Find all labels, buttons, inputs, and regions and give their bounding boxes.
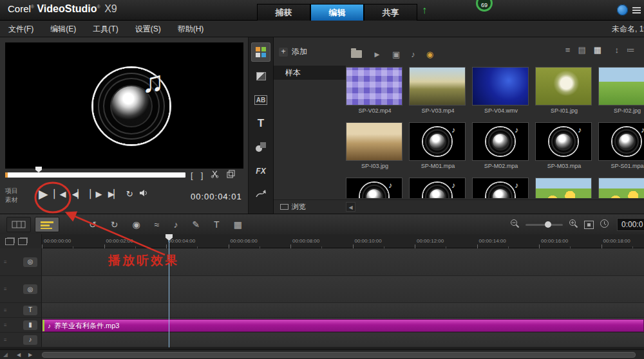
- library-item[interactable]: SP-I03.jpg: [346, 122, 404, 170]
- library-item[interactable]: SP-I01.jpg: [535, 67, 593, 115]
- menu-tools[interactable]: 工具(T): [84, 21, 126, 37]
- scroll-right-button[interactable]: ▶: [28, 352, 32, 358]
- track-options-icon[interactable]: [4, 286, 7, 292]
- menu-edit[interactable]: 编辑(E): [42, 21, 84, 37]
- mark-in-button[interactable]: [: [191, 170, 193, 180]
- track-header[interactable]: ◎: [0, 248, 42, 276]
- split-clip-icon[interactable]: [211, 170, 219, 180]
- timeline-view-button[interactable]: [35, 217, 59, 232]
- scrollbar-grip-icon[interactable]: ◢: [3, 351, 8, 358]
- zoom-in-icon[interactable]: [569, 219, 578, 231]
- fit-project-icon[interactable]: [584, 221, 594, 229]
- scrollbar-thumb[interactable]: [42, 352, 636, 358]
- audio-clip[interactable]: ♪ 养羊业有利条件.mp3: [42, 319, 644, 332]
- library-item[interactable]: SP-V04.wmv: [472, 67, 530, 115]
- painting-creator-button[interactable]: ✎: [192, 219, 200, 230]
- library-thumbnail[interactable]: [472, 67, 529, 106]
- track-header[interactable]: ◎: [0, 276, 42, 303]
- preview-scrubber[interactable]: [5, 172, 185, 178]
- filter-photo-icon[interactable]: ▣: [392, 50, 400, 59]
- trim-handle[interactable]: [5, 172, 8, 178]
- library-thumbnail[interactable]: [472, 122, 529, 161]
- track-header[interactable]: ♪: [0, 333, 42, 347]
- track-options-icon[interactable]: [4, 337, 7, 343]
- track-header[interactable]: ▮: [0, 318, 42, 333]
- sound-mixer-button[interactable]: ≈: [155, 219, 160, 230]
- small-thumb-view-icon[interactable]: ▤: [578, 45, 585, 55]
- library-thumbnail[interactable]: [535, 178, 592, 198]
- upload-arrow-icon[interactable]: ↑: [422, 5, 427, 16]
- library-item[interactable]: SP-V02.mp4: [346, 67, 404, 115]
- library-thumbnail[interactable]: [346, 67, 402, 106]
- menu-file[interactable]: 文件(F): [0, 21, 42, 37]
- menu-hamburger-icon[interactable]: [632, 7, 641, 8]
- library-thumbnail[interactable]: [598, 122, 644, 161]
- playhead-line[interactable]: [169, 234, 169, 347]
- track-type-icon[interactable]: ♪: [23, 335, 37, 345]
- library-item[interactable]: [346, 178, 404, 198]
- next-frame-button[interactable]: ▏▶: [90, 189, 102, 199]
- track-type-icon[interactable]: ▮: [23, 320, 37, 330]
- library-item[interactable]: SP-V03.mp4: [409, 67, 467, 115]
- library-item[interactable]: [472, 178, 530, 198]
- transition-panel-button[interactable]: AB: [251, 90, 270, 109]
- track-options-icon[interactable]: [4, 322, 7, 328]
- timeline-ruler[interactable]: 00:00:00:0000:00:02:0000:00:04:0000:00:0…: [0, 234, 644, 248]
- library-thumbnail[interactable]: [535, 67, 592, 106]
- play-button[interactable]: ▶: [39, 187, 48, 201]
- track-lane[interactable]: [42, 276, 644, 303]
- record-capture-button[interactable]: ◉: [132, 219, 140, 230]
- zoom-out-icon[interactable]: [510, 219, 520, 231]
- globe-icon[interactable]: [617, 5, 628, 15]
- library-thumbnail[interactable]: [472, 178, 529, 198]
- track-type-icon[interactable]: ◎: [23, 284, 37, 294]
- library-thumbnail[interactable]: [409, 122, 466, 161]
- subtitle-editor-button[interactable]: T: [214, 219, 220, 230]
- clip-edge-handle[interactable]: [43, 320, 44, 331]
- home-button[interactable]: ▏◀: [54, 189, 66, 199]
- auto-music-button[interactable]: ♪: [173, 219, 178, 230]
- grid-view-icon[interactable]: ▦: [594, 45, 601, 55]
- library-thumbnail[interactable]: [346, 122, 402, 161]
- undo-button[interactable]: ↺: [89, 219, 97, 230]
- sort-icon[interactable]: ↕: [615, 45, 620, 55]
- graphic-panel-button[interactable]: [251, 138, 270, 157]
- zoom-slider[interactable]: [526, 224, 563, 226]
- library-item[interactable]: [598, 178, 644, 198]
- library-thumbnail[interactable]: [535, 122, 592, 161]
- browse-label[interactable]: 浏览: [292, 202, 306, 212]
- library-folder-sample[interactable]: 样本: [274, 66, 346, 80]
- track-options-icon[interactable]: [4, 308, 7, 313]
- library-item[interactable]: SP-S01.mpa: [598, 122, 644, 170]
- mark-out-button[interactable]: ]: [201, 170, 204, 180]
- project-mode-button[interactable]: 项目: [5, 187, 18, 196]
- tab-capture[interactable]: 捕获: [257, 4, 310, 21]
- library-scroll-left-button[interactable]: ◀: [346, 202, 355, 212]
- track-type-icon[interactable]: T: [23, 306, 37, 315]
- redo-button[interactable]: ↻: [111, 219, 118, 230]
- track-type-icon[interactable]: ◎: [23, 257, 37, 267]
- duration-clock-icon[interactable]: [600, 219, 609, 231]
- library-item[interactable]: SP-M01.mpa: [409, 122, 467, 170]
- library-item[interactable]: SP-I02.jpg: [598, 67, 644, 115]
- library-thumbnail[interactable]: [598, 178, 644, 198]
- repeat-button[interactable]: ↻: [126, 189, 133, 199]
- storyboard-view-button[interactable]: [6, 217, 31, 232]
- scrubber-marker[interactable]: [35, 167, 42, 172]
- library-thumbnail[interactable]: [409, 67, 466, 106]
- menu-settings[interactable]: 设置(S): [127, 21, 169, 37]
- library-item[interactable]: [409, 178, 467, 198]
- zoom-slider-handle[interactable]: [545, 221, 551, 228]
- motion-path-button[interactable]: [251, 185, 270, 205]
- title-panel-button[interactable]: T: [251, 114, 270, 133]
- clip-mode-button[interactable]: 素材: [5, 196, 18, 205]
- add-folder-row[interactable]: + 添加: [279, 46, 307, 57]
- folder-icon[interactable]: [351, 50, 362, 58]
- tab-edit[interactable]: 编辑: [310, 4, 364, 21]
- track-options-icon[interactable]: [4, 259, 7, 265]
- track-list-icon[interactable]: [18, 238, 27, 245]
- volume-button[interactable]: [139, 189, 149, 199]
- library-item[interactable]: SP-M02.mpa: [472, 122, 530, 170]
- filter-media-icon[interactable]: ◉: [426, 50, 433, 59]
- scroll-left-button[interactable]: ◀: [17, 352, 21, 358]
